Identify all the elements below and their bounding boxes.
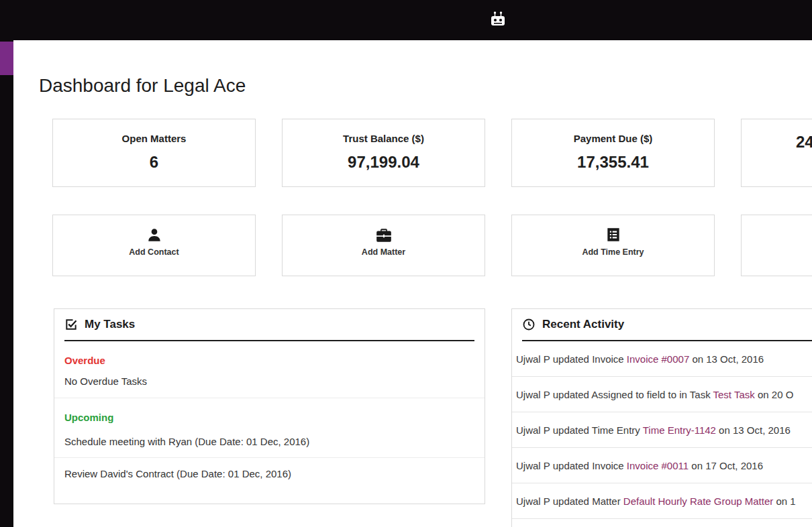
task-item[interactable]: Review David's Contract (Due Date: 01 De… [54,458,485,489]
activity-item: Ujwal P updated Time Entry Time Entry-11… [512,412,812,448]
activity-item: Ujwal P updated Invoice Invoice #0007 on… [512,341,812,377]
recent-activity-title: Recent Activity [542,318,624,331]
add-matter-button[interactable]: Add Matter [282,215,485,276]
upcoming-section-label: Upcoming [54,398,485,426]
overdue-section-label: Overdue [54,341,485,369]
my-tasks-panel: My Tasks Overdue No Overdue Tasks Upcomi… [54,308,485,504]
stat-value: 97,199.04 [283,153,485,172]
stat-value: 17,355.41 [512,153,714,172]
action-icon-hidden [742,226,812,246]
activity-link[interactable]: Invoice #0007 [627,353,689,365]
activity-item: Ujwal P updated Invoice Invoice #0011 on… [512,448,812,483]
activity-text: on 20 O [755,389,794,400]
stat-value: 24 [742,133,812,152]
activity-link[interactable]: Time Entry-1142 [643,424,716,436]
task-item[interactable]: Schedule meeting with Ryan (Due Date: 01… [54,426,485,458]
time-entry-icon [512,226,714,246]
activity-link[interactable]: Test Task [713,389,755,400]
activity-text: on 17 Oct, 2016 [689,460,763,471]
activity-text: Ujwal P updated Invoice [516,353,627,365]
no-overdue-tasks-text: No Overdue Tasks [54,369,485,398]
recent-activity-header: Recent Activity [522,309,812,341]
left-sidebar [0,40,13,527]
stat-card-open-matters: Open Matters 6 [52,119,256,187]
robot-logo-icon[interactable] [488,11,508,32]
stat-card-partial: 24 [741,119,812,187]
activity-text: on 1 [773,495,795,507]
person-icon [53,226,255,246]
activity-item: Ujwal P updated Matter Default Hourly Ra… [512,483,812,519]
recent-activity-panel: Recent Activity Ujwal P updated Invoice … [511,308,812,527]
stat-card-trust-balance: Trust Balance ($) 97,199.04 [282,119,485,187]
action-label: Add Matter [283,247,485,257]
sidebar-accent-bar [0,42,13,75]
activity-text: on 13 Oct, 2016 [716,424,791,436]
tasks-check-icon [64,318,78,331]
action-label: Add Contact [53,247,255,257]
add-time-entry-button[interactable]: Add Time Entry [511,215,715,276]
top-navigation-bar [0,0,812,40]
stat-label: Payment Due ($) [512,133,714,144]
activity-link[interactable]: Default Hourly Rate Group Matter [623,495,773,507]
page-title: Dashboard for Legal Ace [39,75,246,97]
stat-card-payment-due: Payment Due ($) 17,355.41 [511,119,715,187]
stat-label: Open Matters [53,133,255,144]
stat-label: Trust Balance ($) [283,133,485,144]
briefcase-icon [283,226,485,246]
my-tasks-header: My Tasks [64,309,474,341]
activity-text: Ujwal P updated Assigned to field to in … [516,389,713,400]
clock-icon [522,318,536,331]
activity-text: Ujwal P updated Matter [516,495,623,507]
activity-link[interactable]: Invoice #0011 [627,460,689,471]
activity-item: Ujwal P updated Assigned to field to in … [512,377,812,412]
activity-text: Ujwal P updated Invoice [516,460,627,471]
activity-text: on 13 Oct, 2016 [689,353,764,365]
add-contact-button[interactable]: Add Contact [52,215,256,276]
my-tasks-title: My Tasks [85,318,135,331]
action-label: Add Time Entry [512,247,714,257]
action-card-partial[interactable] [741,215,812,276]
activity-text: Ujwal P updated Time Entry [516,424,643,436]
stat-value: 6 [53,153,255,172]
